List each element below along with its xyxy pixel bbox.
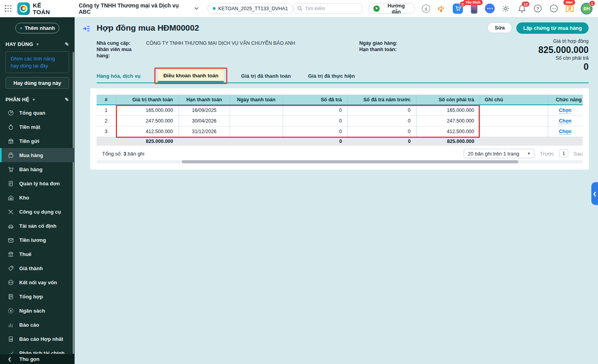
prev-page-button[interactable]: Trước xyxy=(540,151,554,157)
expand-list-icon[interactable] xyxy=(82,26,90,33)
sidebar-collapse-button[interactable]: ❮ Thu gọn xyxy=(0,354,75,364)
sidebar-item-thue[interactable]: Thuế xyxy=(0,247,75,261)
contract-value: 825.000.000 xyxy=(538,45,589,55)
sidebar-item-tong-hop[interactable]: Tổng hợp xyxy=(0,289,75,304)
table-cell xyxy=(480,115,548,126)
app-grid-icon[interactable] xyxy=(5,5,12,12)
sidebar-item-bao-cao[interactable]: Báo cáo xyxy=(0,318,75,332)
sidebar-item-label: Mua hàng xyxy=(19,152,43,158)
chat-icon[interactable] xyxy=(485,4,495,14)
consolidated-report-icon xyxy=(7,336,14,342)
caret-down-icon: ▼ xyxy=(36,42,39,46)
more-icon[interactable] xyxy=(549,4,559,14)
environment-badge[interactable]: KETOAN_2025_TT133_DVHA1 xyxy=(207,4,294,14)
column-header-7[interactable]: Số còn phải trả xyxy=(416,95,480,105)
report-icon xyxy=(7,322,14,328)
tab-2[interactable]: Điều khoản thanh toán xyxy=(158,70,224,82)
row-action-link[interactable]: Chọn xyxy=(559,108,572,113)
horizontal-scrollbar[interactable] xyxy=(97,160,583,163)
bell-icon[interactable]: 12 xyxy=(517,4,527,14)
table-row[interactable]: 2247.500.00030/04/202600247.500.000Chọn xyxy=(97,115,583,126)
delivery-date-label: Ngày giao hàng: xyxy=(359,40,410,46)
sidebar-item-ngan-sach[interactable]: $Ngân sách xyxy=(0,304,75,318)
sidebar-item-label: Tổng hợp xyxy=(19,294,43,300)
modules-section-header[interactable]: PHÂN HỆ ▼ ✎ xyxy=(0,97,75,102)
tools-icon xyxy=(7,209,14,215)
app-logo-icon[interactable] xyxy=(17,2,30,15)
edit-pencil-icon[interactable]: ✎ xyxy=(65,97,69,102)
sidebar-item-ket-noi-vay-von[interactable]: Kết nối vay vốn xyxy=(0,275,75,289)
sidebar-item-gia-thanh[interactable]: Giá thành xyxy=(0,261,75,275)
column-header-2[interactable]: Giá trị thanh toán xyxy=(116,95,179,105)
table-cell: 0 xyxy=(347,105,416,115)
sidebar-item-tien-mat[interactable]: Tiền mặt xyxy=(0,120,75,134)
top-bar: KẾ TOÁN Công ty TNHH Thương mại và Dịch … xyxy=(0,0,598,17)
current-page-input[interactable]: 1 xyxy=(560,150,568,157)
table-cell: 412.500.000 xyxy=(416,126,480,137)
page-size-select[interactable]: 20 bản ghi trên 1 trang ▼ xyxy=(464,149,534,158)
company-selector[interactable]: Công ty TNHH Thương mại và Dịch vụ ABC xyxy=(79,2,198,15)
help-icon[interactable]: ? xyxy=(533,4,543,14)
search-box[interactable] xyxy=(293,3,362,14)
tab-3[interactable]: Giá trị đã thanh toán xyxy=(241,73,291,82)
search-input[interactable] xyxy=(305,6,352,11)
row-action-link[interactable]: Chọn xyxy=(559,129,572,134)
column-header-8[interactable]: Ghi chú xyxy=(480,95,548,105)
sidebar-item-tien-luong[interactable]: Tiền lương xyxy=(0,233,75,247)
table-row[interactable]: 3412.500.00031/12/202600412.500.000Chọn xyxy=(97,126,583,137)
table-cell xyxy=(230,115,283,126)
total-cell: 825.000.000 xyxy=(416,137,480,146)
notification-badge: 12 xyxy=(521,1,530,7)
megaphone-icon[interactable] xyxy=(437,4,447,14)
column-header-1[interactable]: # xyxy=(97,95,116,105)
sidebar-item-cong-cu-dung-cu[interactable]: Công cụ dụng cụ xyxy=(0,205,75,219)
buyer-label: Nhân viên mua hàng: xyxy=(97,46,146,59)
sidebar-item-mua-hang[interactable]: Mua hàng xyxy=(0,148,75,162)
sidebar-item-ban-hang[interactable]: Bán hàng xyxy=(0,162,75,176)
mobile-app-icon[interactable]: Yêu thích xyxy=(469,4,479,14)
next-page-button[interactable]: Sau xyxy=(574,151,583,157)
user-avatar[interactable]: ĐH 1 xyxy=(581,3,593,15)
payment-terms-table: #Giá trị thanh toánHạn thanh toánNgày th… xyxy=(97,95,583,146)
tab-1[interactable]: Hàng hóa, dịch vụ xyxy=(97,73,141,82)
download-icon[interactable] xyxy=(421,4,431,14)
frequent-section-header[interactable]: HAY DÙNG ▼ ✎ xyxy=(0,41,75,47)
sidebar-item-label: Tiền lương xyxy=(19,237,46,243)
row-action-link[interactable]: Chọn xyxy=(559,118,572,124)
payment-terms-card: #Giá trị thanh toánHạn thanh toánNgày th… xyxy=(90,88,589,170)
column-header-4[interactable]: Ngày thanh toán xyxy=(230,95,283,105)
pin-hint[interactable]: Ghim các tính năng hay dùng tại đây xyxy=(5,51,69,73)
sidebar-item-tai-san-co-inh[interactable]: Tài sản cố định xyxy=(0,219,75,233)
tab-4[interactable]: Giá trị đã thực hiện xyxy=(308,73,355,82)
create-voucher-button[interactable]: Lập chứng từ mua hàng xyxy=(516,22,589,34)
budget-icon: $ xyxy=(7,307,14,314)
table-cell: 0 xyxy=(283,115,347,126)
sidebar-item-quan-ly-hoa-on[interactable]: Quản lý hóa đơn xyxy=(0,176,75,190)
whats-new-icon[interactable]: New xyxy=(565,4,575,14)
side-panel-toggle[interactable]: ❮ xyxy=(591,182,598,205)
edit-button[interactable]: Sửa xyxy=(487,22,512,33)
column-header-6[interactable]: Số đã trả năm trước xyxy=(347,95,416,105)
column-header-5[interactable]: Số đã trả xyxy=(283,95,347,105)
favorite-badge: Yêu thích xyxy=(463,0,483,5)
quick-add-button[interactable]: + Thêm nhanh xyxy=(15,23,59,33)
edit-pencil-icon[interactable]: ✎ xyxy=(65,41,69,47)
table-cell: 1 xyxy=(97,105,116,115)
sidebar-item-tien-gui[interactable]: Tiền gửi xyxy=(0,134,75,148)
purchase-icon xyxy=(7,152,14,159)
cash-icon xyxy=(7,124,14,130)
table-cell: 247.500.000 xyxy=(116,115,179,126)
table-row[interactable]: 1165.000.00016/09/202500165.000.000Chọn xyxy=(97,105,583,115)
sidebar-item-label: Báo cáo xyxy=(19,322,39,328)
action-cell: Chọn xyxy=(548,105,583,115)
scrollbar-thumb[interactable] xyxy=(182,160,518,163)
column-header-3[interactable]: Hạn thanh toán xyxy=(179,95,230,105)
sidebar-item-bao-cao-hop-nhat[interactable]: Báo cáo Hợp nhất xyxy=(0,332,75,346)
column-header-9[interactable]: Chức năng▼ xyxy=(548,95,583,105)
sidebar-item-kho[interactable]: Kho xyxy=(0,190,75,205)
sidebar-item-tong-quan[interactable]: Tổng quan xyxy=(0,106,75,120)
frequent-page-button[interactable]: Hay dùng trang này xyxy=(5,77,69,89)
gear-icon[interactable] xyxy=(501,4,511,14)
store-app-icon[interactable]: 2 xyxy=(453,4,463,14)
guide-button[interactable]: Hướng dẫn xyxy=(368,3,415,14)
